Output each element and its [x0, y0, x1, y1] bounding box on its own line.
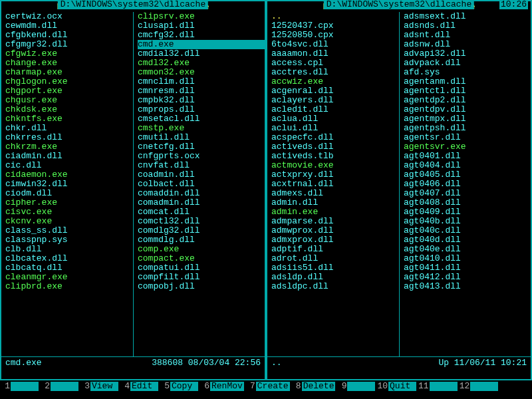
- file-item[interactable]: chkdsk.exe: [5, 105, 133, 114]
- file-item[interactable]: clbcatq.dll: [5, 263, 133, 273]
- file-item[interactable]: cmutil.dll: [138, 133, 265, 142]
- file-item[interactable]: cmmon32.exe: [138, 68, 265, 77]
- file-item[interactable]: agt040c.dll: [404, 226, 531, 235]
- file-item[interactable]: adrot.dll: [271, 254, 399, 263]
- file-item[interactable]: 12520850.cpx: [271, 31, 399, 40]
- file-item[interactable]: actxprxy.dll: [271, 170, 399, 180]
- file-item[interactable]: compfilt.dll: [138, 273, 265, 282]
- file-item[interactable]: cmdial32.dll: [138, 49, 265, 59]
- file-item[interactable]: classpnp.sys: [5, 235, 133, 245]
- fkey-6[interactable]: 6RenMov: [200, 382, 244, 391]
- file-item[interactable]: coadmin.dll: [138, 170, 265, 180]
- file-item[interactable]: cnfgprts.ocx: [138, 152, 265, 161]
- file-item[interactable]: adsmsext.dll: [404, 12, 531, 21]
- file-item[interactable]: cic.dll: [5, 161, 133, 170]
- file-item[interactable]: cmd.exe: [138, 40, 265, 49]
- file-item[interactable]: clipsrv.exe: [138, 12, 265, 21]
- file-item[interactable]: acledit.dll: [271, 105, 399, 114]
- file-item[interactable]: admparse.dll: [271, 217, 399, 226]
- left-panel[interactable]: D:\WINDOWS\system32\dllcache Name Name c…: [0, 0, 266, 380]
- file-item[interactable]: agt0413.dll: [404, 282, 531, 291]
- file-item[interactable]: access.cpl: [271, 59, 399, 68]
- left-column-2[interactable]: clipsrv.execlusapi.dllcmcfg32.dllcmd.exe…: [133, 12, 265, 356]
- file-item[interactable]: 6to4svc.dll: [271, 40, 399, 49]
- fkey-7[interactable]: 7Create: [245, 382, 290, 391]
- file-item[interactable]: agt0401.dll: [404, 152, 531, 161]
- file-item[interactable]: colbact.dll: [138, 180, 265, 189]
- file-item[interactable]: adsldp.dll: [271, 273, 399, 282]
- file-item[interactable]: comctl32.dll: [138, 217, 265, 226]
- file-item[interactable]: cewmdm.dll: [5, 21, 133, 31]
- file-item[interactable]: advpack.dll: [404, 59, 531, 68]
- file-item[interactable]: comdlg32.dll: [138, 226, 265, 235]
- file-item[interactable]: ckcnv.exe: [5, 217, 133, 226]
- file-item[interactable]: agt0411.dll: [404, 263, 531, 273]
- file-item[interactable]: compact.exe: [138, 254, 265, 263]
- file-item[interactable]: change.exe: [5, 59, 133, 68]
- file-item[interactable]: adsnt.dll: [404, 31, 531, 40]
- file-item[interactable]: agt040b.dll: [404, 217, 531, 226]
- file-item[interactable]: acctres.dll: [271, 68, 399, 77]
- file-item[interactable]: activeds.dll: [271, 142, 399, 152]
- file-item[interactable]: cipher.exe: [5, 198, 133, 207]
- file-item[interactable]: accwiz.exe: [271, 77, 399, 86]
- file-item[interactable]: compobj.dll: [138, 282, 265, 291]
- file-item[interactable]: cmstp.exe: [138, 124, 265, 133]
- file-item[interactable]: cnetcfg.dll: [138, 142, 265, 152]
- file-item[interactable]: cfgmgr32.dll: [5, 40, 133, 49]
- file-item[interactable]: cimwin32.dll: [5, 180, 133, 189]
- file-item[interactable]: certwiz.ocx: [5, 12, 133, 21]
- file-item[interactable]: acspecfc.dll: [271, 133, 399, 142]
- file-item[interactable]: agt0408.dll: [404, 198, 531, 207]
- file-item[interactable]: afd.sys: [404, 68, 531, 77]
- left-column-1[interactable]: certwiz.ocxcewmdm.dllcfgbkend.dllcfgmgr3…: [1, 12, 133, 356]
- file-item[interactable]: cmcfg32.dll: [138, 31, 265, 40]
- file-item[interactable]: agt040e.dll: [404, 245, 531, 254]
- file-item[interactable]: cidaemon.exe: [5, 170, 133, 180]
- fkey-8[interactable]: 8Delete: [291, 382, 336, 391]
- file-item[interactable]: agentdp2.dll: [404, 96, 531, 105]
- file-item[interactable]: cmprops.dll: [138, 105, 265, 114]
- file-item[interactable]: admwprox.dll: [271, 226, 399, 235]
- file-item[interactable]: cmnresm.dll: [138, 86, 265, 96]
- file-item[interactable]: adsiis51.dll: [271, 263, 399, 273]
- file-item[interactable]: chgusr.exe: [5, 96, 133, 105]
- file-item[interactable]: agentmpx.dll: [404, 114, 531, 124]
- file-item[interactable]: clb.dll: [5, 245, 133, 254]
- file-item[interactable]: aclayers.dll: [271, 96, 399, 105]
- fkey-12[interactable]: 12: [459, 382, 499, 391]
- file-item[interactable]: agt0410.dll: [404, 254, 531, 263]
- fkey-4[interactable]: 4Edit: [120, 382, 158, 391]
- file-item[interactable]: advapi32.dll: [404, 49, 531, 59]
- file-item[interactable]: clusapi.dll: [138, 21, 265, 31]
- fkey-10[interactable]: 10Quit: [376, 382, 416, 391]
- file-item[interactable]: agt040d.dll: [404, 235, 531, 245]
- file-item[interactable]: activeds.tlb: [271, 152, 399, 161]
- file-item[interactable]: class_ss.dll: [5, 226, 133, 235]
- file-item[interactable]: comadmin.dll: [138, 198, 265, 207]
- right-column-2[interactable]: adsmsext.dlladsnds.dlladsnt.dlladsnw.dll…: [399, 12, 531, 356]
- file-item[interactable]: agentdpv.dll: [404, 105, 531, 114]
- file-item[interactable]: adsnw.dll: [404, 40, 531, 49]
- file-item[interactable]: agentsvr.exe: [404, 142, 531, 152]
- file-item[interactable]: agt0409.dll: [404, 207, 531, 217]
- file-item[interactable]: agentanm.dll: [404, 77, 531, 86]
- file-item[interactable]: adsnds.dll: [404, 21, 531, 31]
- file-item[interactable]: chkrres.dll: [5, 133, 133, 142]
- file-item[interactable]: charmap.exe: [5, 68, 133, 77]
- file-item[interactable]: acxtrnal.dll: [271, 180, 399, 189]
- file-item[interactable]: cmsetacl.dll: [138, 114, 265, 124]
- fkey-3[interactable]: 3View: [80, 382, 118, 391]
- file-item[interactable]: chglogon.exe: [5, 77, 133, 86]
- file-item[interactable]: adsldpc.dll: [271, 282, 399, 291]
- file-item[interactable]: cfgwiz.exe: [5, 49, 133, 59]
- file-item[interactable]: agt0412.dll: [404, 273, 531, 282]
- file-item[interactable]: admin.exe: [271, 207, 399, 217]
- file-item[interactable]: ..: [271, 12, 399, 21]
- file-item[interactable]: agt0404.dll: [404, 161, 531, 170]
- file-item[interactable]: comaddin.dll: [138, 189, 265, 198]
- file-item[interactable]: chkntfs.exe: [5, 114, 133, 124]
- file-item[interactable]: chkrzm.exe: [5, 142, 133, 152]
- fkey-1[interactable]: 1: [0, 382, 39, 391]
- file-item[interactable]: aclui.dll: [271, 124, 399, 133]
